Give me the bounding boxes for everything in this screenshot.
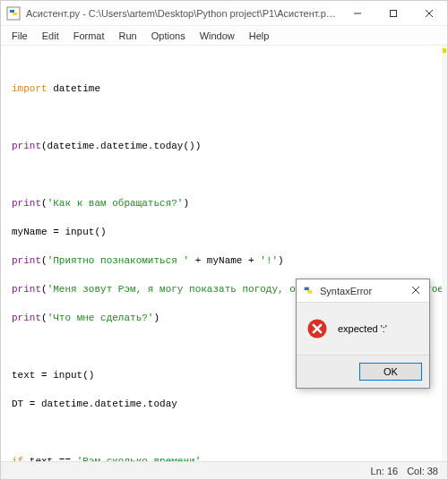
menu-format[interactable]: Format (66, 28, 112, 44)
maximize-button[interactable] (375, 1, 411, 26)
window-controls (340, 1, 447, 26)
window-title: Асистент.py - C:\Users\artem\Desktop\Pyt… (26, 8, 340, 19)
dialog-close-button[interactable] (408, 286, 424, 296)
menu-edit[interactable]: Edit (35, 28, 66, 44)
dialog-message: expected ':' (338, 323, 387, 334)
statusbar: Ln: 16 Col: 38 (1, 461, 447, 479)
menubar: File Edit Format Run Options Window Help (1, 26, 447, 46)
menu-file[interactable]: File (4, 28, 35, 44)
syntax-error-dialog: SyntaxError expected ':' OK (296, 279, 430, 389)
menu-help[interactable]: Help (242, 28, 277, 44)
col-indicator: Col: 38 (407, 466, 438, 476)
idle-window: Асистент.py - C:\Users\artem\Desktop\Pyt… (0, 0, 448, 480)
menu-options[interactable]: Options (144, 28, 193, 44)
error-icon (306, 317, 329, 340)
close-button[interactable] (411, 1, 447, 26)
code-editor[interactable]: import datetime print(datetime.datetime.… (1, 46, 447, 461)
svg-rect-2 (391, 10, 397, 16)
line-indicator: Ln: 16 (371, 466, 399, 476)
python-file-icon (6, 6, 21, 21)
menu-run[interactable]: Run (112, 28, 144, 44)
menu-window[interactable]: Window (193, 28, 242, 44)
dialog-titlebar: SyntaxError (297, 279, 429, 303)
minimize-button[interactable] (340, 1, 375, 26)
python-icon (302, 285, 314, 297)
dialog-body: expected ':' (297, 303, 429, 355)
warning-marker (443, 48, 446, 53)
titlebar: Асистент.py - C:\Users\artem\Desktop\Pyt… (1, 1, 447, 26)
ok-button[interactable]: OK (359, 363, 422, 381)
dialog-footer: OK (297, 355, 429, 388)
dialog-title: SyntaxError (320, 286, 408, 296)
error-strip (442, 46, 447, 461)
